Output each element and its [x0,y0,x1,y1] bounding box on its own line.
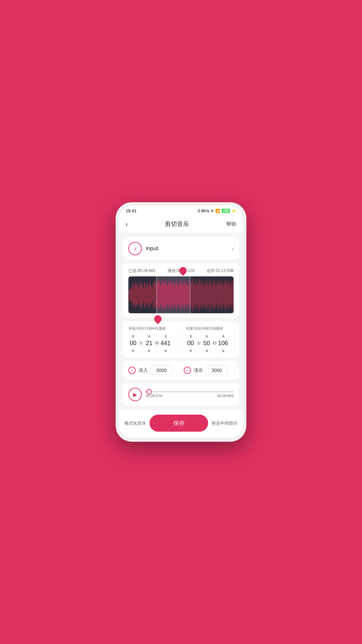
save-button[interactable]: 保存 [149,415,208,432]
app-header: ‹ 剪切音乐 帮助 [119,215,243,233]
svg-rect-74 [193,282,194,307]
battery-icon: 100 [222,209,230,213]
selected-time: 已选:00:28:665 [128,268,156,274]
end-sec-down[interactable]: ∨ [205,348,208,353]
svg-rect-15 [140,280,141,309]
svg-rect-3 [130,288,130,302]
svg-rect-64 [184,279,185,311]
end-ms-col: ∧ 106 ∨ [218,334,228,353]
end-sec-up[interactable]: ∧ [205,334,208,338]
svg-rect-47 [169,284,170,306]
file-name: input [146,245,158,252]
svg-rect-117 [231,282,232,308]
fade-row: ✓ 淡入 ✓ 淡出 [128,366,234,375]
fade-in-input[interactable] [150,366,172,375]
file-card[interactable]: ♪ input › [123,237,239,260]
start-min-up[interactable]: ∧ [131,334,135,338]
pin-top-head [178,265,188,276]
start-min-down[interactable]: ∨ [131,348,135,353]
current-time: 00:00:679 [146,394,162,398]
end-ms-up[interactable]: ∧ [222,334,225,338]
svg-rect-38 [161,280,162,309]
svg-rect-17 [142,286,143,304]
waveform-container[interactable] [128,276,234,313]
total-time: 全部:01:12:568 [206,268,234,274]
end-ms-down[interactable]: ∨ [222,348,225,353]
svg-rect-32 [156,283,156,307]
help-button[interactable]: 帮助 [226,221,236,227]
svg-rect-12 [138,282,138,307]
svg-rect-67 [187,280,187,309]
fade-in-check[interactable]: ✓ [128,367,136,374]
svg-rect-63 [183,282,184,308]
svg-rect-29 [153,282,154,307]
svg-rect-88 [205,284,206,305]
end-time-label: 结束:00分50秒106毫秒 [186,326,234,331]
end-min-down[interactable]: ∨ [189,348,192,353]
svg-rect-10 [136,284,137,306]
svg-rect-19 [144,282,144,308]
start-ms-down[interactable]: ∨ [164,348,167,353]
svg-rect-105 [221,285,221,305]
start-ms-up[interactable]: ∧ [164,334,167,338]
signal-icon: ✕ [210,209,214,213]
svg-rect-51 [173,280,173,309]
svg-rect-27 [151,286,152,304]
svg-rect-59 [180,284,180,305]
svg-rect-97 [213,284,214,306]
svg-rect-34 [158,281,158,308]
svg-rect-118 [232,284,233,305]
svg-rect-26 [150,284,151,306]
pin-bottom-head [153,314,163,324]
start-sec-up[interactable]: ∧ [147,334,151,338]
total-duration: 00:28:665 [217,394,234,398]
svg-rect-6 [132,283,133,307]
svg-rect-68 [187,284,188,306]
svg-rect-115 [229,283,230,307]
svg-rect-14 [139,284,140,305]
svg-rect-111 [226,279,226,311]
svg-rect-79 [197,281,198,309]
svg-rect-72 [191,281,192,309]
fade-in-label: 淡入 [138,367,148,373]
player-slider-col: 00:00:679 00:28:665 [146,391,234,398]
start-min-col: ∧ 00 ∨ [128,334,138,353]
svg-rect-37 [160,286,161,304]
svg-rect-7 [133,285,134,305]
svg-rect-87 [204,282,205,308]
svg-rect-16 [141,283,142,307]
svg-rect-100 [216,286,217,304]
fade-card: ✓ 淡入 ✓ 淡出 [123,361,239,380]
svg-rect-54 [175,282,176,308]
svg-rect-114 [228,280,229,309]
slider-track[interactable] [146,391,234,392]
back-button[interactable]: ‹ [126,220,128,228]
svg-rect-20 [145,284,145,306]
svg-rect-110 [225,284,226,306]
svg-rect-31 [155,280,155,310]
svg-rect-30 [154,284,154,305]
trim-middle-button[interactable]: 剪去中间部分 [212,420,238,426]
file-row: ♪ input › [128,242,234,255]
svg-rect-69 [188,286,189,303]
start-sec-down[interactable]: ∨ [147,348,151,353]
svg-rect-44 [166,282,167,307]
fade-out-input[interactable] [206,366,228,375]
format-music-button[interactable]: 格式化音乐 [124,420,146,426]
end-min-up[interactable]: ∧ [189,334,192,338]
slider-thumb[interactable] [146,389,152,394]
svg-rect-52 [173,283,174,307]
play-button[interactable]: ▶ [128,388,142,401]
svg-rect-21 [146,286,146,303]
end-sec-col: ∧ 50 ∨ [202,334,212,353]
svg-rect-101 [217,282,218,308]
player-row: ▶ 00:00:679 00:28:665 [128,388,234,401]
phone-inner: 16:41 0.8K/s ✕ 📶 100 ⚡ ‹ 剪切音乐 帮助 [119,206,243,438]
fade-out-check[interactable]: ✓ [184,367,191,374]
svg-rect-8 [134,286,135,303]
start-time-label: 开始:00分21秒441毫秒 [128,326,176,331]
svg-rect-13 [139,287,139,303]
svg-rect-80 [198,284,199,306]
player-card: ▶ 00:00:679 00:28:665 [123,383,239,406]
svg-rect-25 [149,281,150,309]
